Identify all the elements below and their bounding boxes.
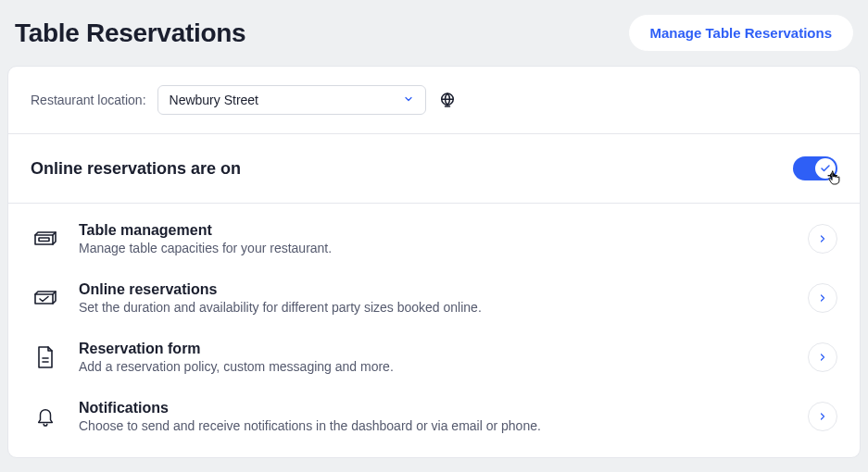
manage-reservations-button[interactable]: Manage Table Reservations	[629, 15, 853, 51]
table-icon	[31, 224, 60, 254]
chevron-right-icon[interactable]	[808, 402, 837, 431]
item-desc: Set the duration and availability for di…	[79, 300, 789, 315]
check-icon	[820, 163, 831, 174]
chevron-right-icon[interactable]	[808, 342, 837, 372]
item-table-management[interactable]: Table management Manage table capacities…	[8, 209, 860, 268]
chevron-right-icon[interactable]	[808, 283, 837, 313]
svg-rect-1	[39, 238, 49, 242]
form-icon	[31, 342, 60, 372]
item-desc: Add a reservation policy, custom messagi…	[79, 359, 789, 374]
settings-list: Table management Manage table capacities…	[8, 204, 860, 457]
globe-icon[interactable]	[437, 90, 458, 110]
chevron-right-icon[interactable]	[808, 224, 837, 254]
online-reservations-toggle[interactable]	[793, 156, 837, 180]
item-online-reservations[interactable]: Online reservations Set the duration and…	[8, 268, 860, 328]
page-title: Table Reservations	[15, 19, 245, 48]
item-title: Online reservations	[79, 281, 789, 298]
item-title: Table management	[79, 222, 789, 239]
settings-card: Restaurant location: Newbury Street	[7, 66, 861, 458]
calendar-check-icon	[31, 283, 60, 313]
item-reservation-form[interactable]: Reservation form Add a reservation polic…	[8, 328, 860, 387]
location-label: Restaurant location:	[31, 93, 146, 107]
bell-icon	[31, 402, 60, 431]
location-selected-value: Newbury Street	[170, 93, 258, 107]
item-title: Notifications	[79, 400, 789, 416]
location-select[interactable]: Newbury Street	[157, 85, 426, 115]
online-reservations-status: Online reservations are on	[31, 159, 241, 179]
item-title: Reservation form	[79, 341, 789, 357]
item-notifications[interactable]: Notifications Choose to send and receive…	[8, 387, 860, 446]
chevron-down-icon	[403, 93, 414, 107]
item-desc: Choose to send and receive notifications…	[79, 418, 789, 433]
item-desc: Manage table capacities for your restaur…	[79, 241, 789, 255]
